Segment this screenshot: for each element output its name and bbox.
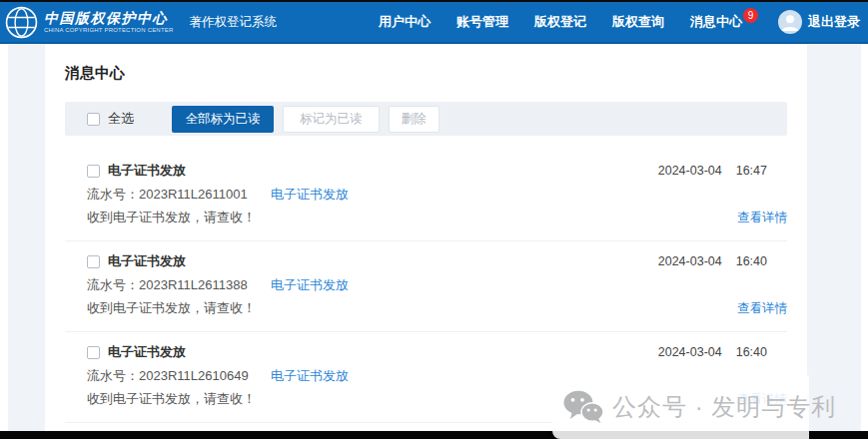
message-time: 16:40 (736, 254, 767, 268)
logo: 中国版权保护中心 CHINA COPYRIGHT PROTECTION CENT… (5, 6, 174, 39)
serial-value: 2023R11L2611388 (139, 277, 248, 292)
message-title: 电子证书发放 (108, 162, 186, 180)
message-row: 电子证书发放 2024-03-04 16:40 流水号：2023R11L2611… (65, 241, 787, 332)
bottom-black-bar (0, 431, 868, 439)
message-checkbox[interactable] (87, 255, 100, 268)
message-category-link[interactable]: 电子证书发放 (271, 184, 349, 206)
message-category-link[interactable]: 电子证书发放 (271, 365, 349, 387)
logout-button[interactable]: 退出登录 (808, 13, 860, 31)
cpcc-emblem-icon (5, 6, 38, 39)
message-title: 电子证书发放 (108, 252, 186, 270)
nav-item-label: 版权查询 (612, 14, 664, 29)
message-date: 2024-03-04 (658, 345, 722, 359)
nav-item[interactable]: 版权登记 (534, 13, 586, 31)
serial-value: 2023R11L2611001 (139, 187, 248, 202)
nav-item-label: 版权登记 (534, 14, 586, 29)
message-center-panel: 消息中心 全选 全部标为已读 标记为已读 删除 电子证书发放 2024-03-0… (45, 44, 807, 431)
message-time: 16:47 (736, 164, 767, 178)
message-date: 2024-03-04 (658, 164, 722, 178)
nav-item[interactable]: 账号管理 (456, 13, 508, 31)
view-detail-link[interactable]: 查看详情 (737, 300, 787, 317)
message-time: 16:40 (736, 345, 767, 359)
message-date: 2024-03-04 (658, 254, 722, 268)
nav-item[interactable]: 用户中心 (379, 13, 431, 31)
mark-all-read-button[interactable]: 全部标为已读 (172, 106, 274, 133)
nav-item-label: 账号管理 (456, 14, 508, 29)
nav-item[interactable]: 消息中心9 (690, 13, 758, 31)
delete-button[interactable]: 删除 (389, 106, 439, 133)
message-title: 电子证书发放 (108, 343, 186, 361)
message-row: 电子证书发放 2024-03-04 16:47 流水号：2023R11L2611… (65, 151, 787, 241)
top-header: 中国版权保护中心 CHINA COPYRIGHT PROTECTION CENT… (0, 0, 868, 44)
unread-count-badge: 9 (743, 8, 758, 23)
message-datetime: 2024-03-04 16:40 (658, 254, 787, 268)
top-nav: 用户中心 账号管理 版权登记 版权查询 消息中心9 (379, 13, 758, 31)
message-checkbox[interactable] (87, 165, 100, 178)
system-name: 著作权登记系统 (190, 14, 278, 31)
select-all-label: 全选 (108, 110, 134, 128)
view-detail-link[interactable]: 查看详情 (737, 391, 787, 408)
message-body: 收到电子证书发放，请查收！ (87, 299, 256, 317)
org-name-cn: 中国版权保护中心 (44, 11, 174, 26)
message-list: 电子证书发放 2024-03-04 16:47 流水号：2023R11L2611… (65, 151, 787, 423)
nav-item-label: 用户中心 (379, 14, 431, 29)
message-body: 收到电子证书发放，请查收！ (87, 390, 256, 408)
message-category-link[interactable]: 电子证书发放 (271, 274, 349, 296)
message-toolbar: 全选 全部标为已读 标记为已读 删除 (65, 102, 787, 136)
view-detail-link[interactable]: 查看详情 (737, 210, 787, 226)
nav-item[interactable]: 版权查询 (612, 13, 664, 31)
serial-label: 流水号： (87, 187, 139, 202)
mark-read-button[interactable]: 标记为已读 (283, 106, 380, 133)
user-area: 退出登录 (778, 10, 860, 34)
select-all-checkbox[interactable] (87, 113, 100, 126)
message-datetime: 2024-03-04 16:47 (658, 164, 787, 178)
serial-label: 流水号： (87, 277, 139, 292)
serial-value: 2023R11L2610649 (139, 368, 249, 383)
org-names: 中国版权保护中心 CHINA COPYRIGHT PROTECTION CENT… (44, 11, 174, 34)
message-datetime: 2024-03-04 16:40 (658, 345, 787, 359)
nav-item-label: 消息中心 (690, 14, 742, 29)
message-row: 电子证书发放 2024-03-04 16:40 流水号：2023R11L2610… (65, 332, 787, 423)
serial-label: 流水号： (87, 368, 139, 383)
page-title: 消息中心 (65, 64, 787, 83)
message-checkbox[interactable] (87, 346, 100, 359)
org-name-en: CHINA COPYRIGHT PROTECTION CENTER (44, 27, 174, 33)
user-avatar-icon[interactable] (778, 10, 802, 34)
message-body: 收到电子证书发放，请查收！ (87, 209, 256, 226)
